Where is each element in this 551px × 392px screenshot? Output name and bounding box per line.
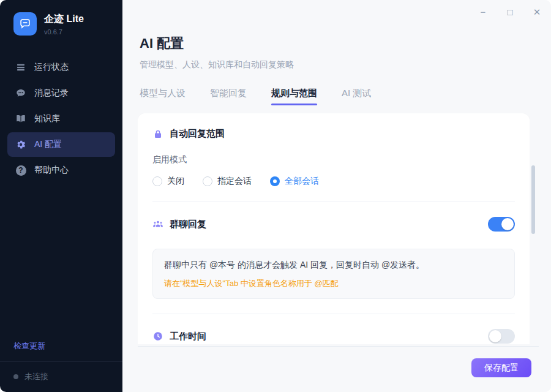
main-content: − □ ✕ AI 配置 管理模型、人设、知识库和自动回复策略 模型与人设 智能回…	[122, 0, 551, 392]
app-logo-icon	[13, 12, 37, 36]
message-bubble-icon	[15, 88, 26, 99]
connection-status-row: 未连接	[0, 362, 122, 392]
sidebar-item-label: AI 配置	[34, 139, 62, 150]
sidebar-item-message-log[interactable]: 消息记录	[7, 81, 115, 105]
window-controls: − □ ✕	[478, 6, 542, 18]
vertical-scrollbar[interactable]	[531, 165, 535, 234]
group-people-icon	[152, 219, 163, 230]
connection-status-text: 未连接	[24, 371, 48, 382]
section-work-hours: 工作时间	[138, 314, 530, 344]
radio-label: 关闭	[167, 176, 184, 187]
section-header: 自动回复范围	[152, 128, 515, 140]
group-reply-toggle[interactable]	[488, 217, 515, 232]
sidebar-item-label: 消息记录	[34, 88, 69, 99]
radio-circle-icon	[270, 176, 280, 186]
settings-card: 自动回复范围 启用模式 关闭 指定会话	[138, 113, 530, 344]
toggle-knob	[489, 330, 501, 342]
book-icon	[15, 113, 26, 124]
page-header: AI 配置 管理模型、人设、知识库和自动回复策略	[140, 34, 294, 70]
radio-option-off[interactable]: 关闭	[152, 176, 184, 187]
tab-smart-reply[interactable]: 智能回复	[210, 88, 247, 105]
section-header: 工作时间	[152, 329, 515, 344]
sidebar-item-run-status[interactable]: 运行状态	[7, 55, 115, 80]
sidebar-item-ai-config[interactable]: AI 配置	[7, 132, 115, 157]
sidebar-nav: 运行状态 消息记录 知识库 AI 配置	[0, 55, 122, 183]
tab-ai-test[interactable]: AI 测试	[342, 88, 371, 105]
sidebar-item-label: 帮助中心	[34, 165, 69, 176]
clock-icon	[152, 331, 163, 342]
group-reply-warning-text: 请在"模型与人设"Tab 中设置角色名称用于 @匹配	[164, 278, 503, 289]
section-title: 工作时间	[170, 331, 206, 342]
lock-icon	[152, 129, 163, 140]
tab-rules-scope[interactable]: 规则与范围	[271, 88, 317, 105]
sidebar: 企迹 Lite v0.6.7 运行状态 消息记录 知识库	[0, 0, 122, 392]
radio-option-all-sessions[interactable]: 全部会话	[270, 176, 319, 187]
sidebar-item-label: 运行状态	[34, 62, 69, 73]
close-icon[interactable]: ✕	[531, 6, 542, 18]
brand-text: 企迹 Lite v0.6.7	[44, 13, 84, 36]
app-name: 企迹 Lite	[44, 13, 84, 26]
work-hours-toggle[interactable]	[488, 329, 515, 344]
sidebar-item-knowledge-base[interactable]: 知识库	[7, 107, 115, 131]
brand: 企迹 Lite v0.6.7	[0, 0, 122, 36]
check-update-link[interactable]: 检查更新	[0, 341, 122, 361]
footer-divider	[138, 346, 539, 347]
radio-circle-icon	[152, 176, 162, 186]
radio-option-specified-sessions[interactable]: 指定会话	[203, 176, 252, 187]
toggle-knob	[501, 218, 514, 230]
tab-bar: 模型与人设 智能回复 规则与范围 AI 测试	[140, 88, 371, 105]
section-auto-reply-scope: 自动回复范围 启用模式 关闭 指定会话	[138, 113, 530, 202]
enable-mode-label: 启用模式	[152, 154, 515, 165]
section-header: 群聊回复	[152, 217, 515, 232]
app-version: v0.6.7	[44, 28, 84, 36]
page-title: AI 配置	[140, 34, 294, 53]
group-reply-info-text: 群聊中只有 @本号 的消息才会触发 AI 回复，回复时自动 @发送者。	[164, 258, 503, 271]
page-subtitle: 管理模型、人设、知识库和自动回复策略	[140, 59, 294, 70]
enable-mode-radio-group: 关闭 指定会话 全部会话	[152, 176, 515, 187]
help-icon: ?	[15, 165, 26, 176]
settings-scroll-area: 自动回复范围 启用模式 关闭 指定会话	[138, 113, 530, 344]
app-window: 企迹 Lite v0.6.7 运行状态 消息记录 知识库	[0, 0, 551, 392]
minimize-icon[interactable]: −	[478, 6, 489, 18]
section-title: 群聊回复	[170, 219, 206, 230]
section-title: 自动回复范围	[170, 128, 225, 140]
radio-label: 全部会话	[285, 176, 319, 187]
sidebar-item-help-center[interactable]: ? 帮助中心	[7, 158, 115, 183]
connection-status-dot-icon	[13, 374, 18, 379]
section-group-reply: 群聊回复 群聊中只有 @本号 的消息才会触发 AI 回复，回复时自动 @发送者。…	[138, 202, 530, 314]
radio-label: 指定会话	[217, 176, 252, 187]
radio-circle-icon	[203, 176, 212, 186]
group-reply-info-box: 群聊中只有 @本号 的消息才会触发 AI 回复，回复时自动 @发送者。 请在"模…	[152, 249, 515, 299]
status-list-icon	[15, 62, 26, 73]
sidebar-footer: 检查更新 未连接	[0, 341, 122, 392]
tab-model-persona[interactable]: 模型与人设	[140, 88, 186, 105]
gear-icon	[15, 139, 26, 150]
save-config-button[interactable]: 保存配置	[471, 358, 531, 377]
sidebar-item-label: 知识库	[34, 113, 60, 124]
maximize-icon[interactable]: □	[504, 6, 515, 18]
